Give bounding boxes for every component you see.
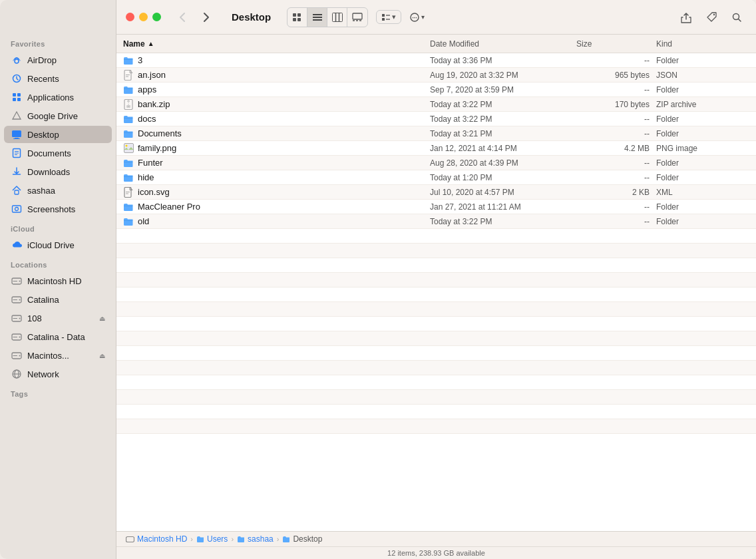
toolbar: Desktop xyxy=(116,0,756,35)
tag-status-btn[interactable]: ··· ▾ xyxy=(407,8,427,27)
sidebar-item-macintos[interactable]: Macintos... ⏏ xyxy=(4,347,112,364)
sidebar-item-documents[interactable]: Documents xyxy=(4,144,112,162)
table-row[interactable]: an.json Aug 19, 2020 at 3:32 PM 965 byte… xyxy=(116,68,756,83)
sidebar-item-network[interactable]: Network xyxy=(4,365,112,383)
sidebar-item-icloud-drive[interactable]: iCloud Drive xyxy=(4,236,112,254)
back-button[interactable] xyxy=(173,8,192,27)
sidebar-item-sashaa[interactable]: sashaa xyxy=(4,182,112,199)
file-size: -- xyxy=(576,114,656,124)
icon-view-btn[interactable] xyxy=(287,8,307,27)
sidebar-item-catalina-data[interactable]: Catalina - Data xyxy=(4,328,112,345)
sidebar-item-desktop[interactable]: Desktop xyxy=(4,126,112,143)
sidebar-item-catalina[interactable]: Catalina xyxy=(4,291,112,308)
google-drive-icon xyxy=(11,110,23,122)
table-row[interactable]: icon.svg Jul 10, 2020 at 4:57 PM 2 KB XM… xyxy=(116,185,756,200)
sidebar-item-network-label: Network xyxy=(27,369,59,379)
search-btn[interactable] xyxy=(727,8,747,27)
empty-row xyxy=(116,244,756,258)
sidebar-item-documents-label: Documents xyxy=(27,148,71,158)
sidebar-item-applications[interactable]: Applications xyxy=(4,89,112,106)
breadcrumb-sashaa-label: sashaa xyxy=(248,534,274,544)
svg-point-26 xyxy=(19,337,21,338)
table-row[interactable]: 3 Today at 3:36 PM -- Folder xyxy=(116,53,756,68)
table-row[interactable]: Funter Aug 28, 2020 at 4:39 PM -- Folder xyxy=(116,156,756,170)
svg-rect-36 xyxy=(293,18,296,21)
screenshots-icon xyxy=(11,203,23,215)
disk-icon-catalina xyxy=(11,293,23,305)
table-row[interactable]: bank.zip Today at 3:22 PM 170 bytes ZIP … xyxy=(116,97,756,112)
breadcrumb-macintosh-hd-label: Macintosh HD xyxy=(137,534,187,544)
empty-row xyxy=(116,273,756,287)
file-name: 3 xyxy=(138,55,142,65)
table-row[interactable]: old Today at 3:22 PM -- Folder xyxy=(116,214,756,229)
forward-button[interactable] xyxy=(197,8,216,27)
file-size: 4.2 MB xyxy=(576,144,656,153)
svg-rect-43 xyxy=(332,13,342,21)
tag-btn[interactable] xyxy=(701,8,721,27)
col-header-name[interactable]: Name ▲ xyxy=(123,39,430,49)
downloads-icon xyxy=(11,166,23,178)
sidebar-item-screenshots[interactable]: Screenshots xyxy=(4,200,112,218)
empty-row xyxy=(116,317,756,331)
group-btn[interactable]: ▾ xyxy=(376,10,401,24)
sidebar-item-recents-label: Recents xyxy=(27,74,59,84)
eject-icon-108[interactable]: ⏏ xyxy=(99,315,105,322)
file-kind: Folder xyxy=(656,85,749,94)
eject-icon-macintos[interactable]: ⏏ xyxy=(99,352,105,359)
gallery-view-btn[interactable] xyxy=(347,8,367,27)
desktop-icon xyxy=(11,128,23,140)
disk-icon-macintos xyxy=(11,349,23,361)
file-size: 2 KB xyxy=(576,188,656,197)
list-view-btn[interactable] xyxy=(307,8,327,27)
minimize-button[interactable] xyxy=(139,13,148,21)
col-header-kind[interactable]: Kind xyxy=(656,39,749,49)
sidebar-item-google-drive[interactable]: Google Drive xyxy=(4,107,112,124)
file-date: Today at 3:21 PM xyxy=(430,129,576,138)
file-size: -- xyxy=(576,217,656,226)
table-row[interactable]: hide Today at 1:20 PM -- Folder xyxy=(116,170,756,185)
column-view-btn[interactable] xyxy=(327,8,347,27)
sidebar-item-sashaa-label: sashaa xyxy=(27,186,55,196)
sidebar-item-macintosh-hd[interactable]: Macintosh HD xyxy=(4,272,112,289)
file-kind: Folder xyxy=(656,202,749,212)
col-header-date[interactable]: Date Modified xyxy=(430,39,576,49)
svg-rect-67 xyxy=(126,192,130,192)
file-name-cell: Funter xyxy=(123,158,430,168)
traffic-lights xyxy=(126,13,161,21)
table-row[interactable]: apps Sep 7, 2020 at 3:59 PM -- Folder xyxy=(116,83,756,97)
sidebar-item-downloads[interactable]: Downloads xyxy=(4,163,112,180)
file-kind: Folder xyxy=(656,114,749,124)
breadcrumb-sashaa[interactable]: sashaa xyxy=(237,534,274,544)
empty-row xyxy=(116,287,756,302)
file-date: Aug 28, 2020 at 4:39 PM xyxy=(430,158,576,168)
table-row[interactable]: MacCleaner Pro Jan 27, 2021 at 11:21 AM … xyxy=(116,200,756,214)
close-button[interactable] xyxy=(126,13,134,21)
file-icon xyxy=(123,99,134,110)
file-kind: ZIP archive xyxy=(656,100,749,109)
share-btn[interactable] xyxy=(676,8,696,27)
sidebar-item-108[interactable]: 108 ⏏ xyxy=(4,309,112,327)
breadcrumb-users[interactable]: Users xyxy=(196,534,228,544)
file-name-cell: bank.zip xyxy=(123,99,430,110)
file-list[interactable]: 3 Today at 3:36 PM -- Folder an.json Aug… xyxy=(116,53,756,531)
file-icon xyxy=(123,85,134,95)
svg-rect-63 xyxy=(126,105,130,108)
maximize-button[interactable] xyxy=(152,13,161,21)
file-name: apps xyxy=(138,85,156,94)
file-name: docs xyxy=(138,114,156,124)
sidebar-item-macintos-label: Macintos... xyxy=(27,351,69,361)
disk-icon-108 xyxy=(11,312,23,324)
items-status: 12 items, 238.93 GB available xyxy=(116,547,756,559)
empty-row xyxy=(116,375,756,390)
recents-icon xyxy=(11,73,23,85)
file-icon xyxy=(123,70,134,81)
file-kind: Folder xyxy=(656,158,749,168)
table-row[interactable]: family.png Jan 12, 2021 at 4:14 PM 4.2 M… xyxy=(116,141,756,156)
sidebar-item-airdrop[interactable]: AirDrop xyxy=(4,51,112,69)
sidebar-item-recents[interactable]: Recents xyxy=(4,70,112,87)
breadcrumb-macintosh-hd[interactable]: Macintosh HD xyxy=(126,534,187,544)
table-row[interactable]: docs Today at 3:22 PM -- Folder xyxy=(116,112,756,126)
col-header-size[interactable]: Size xyxy=(576,39,656,49)
sidebar-item-catalina-label: Catalina xyxy=(27,295,59,305)
table-row[interactable]: Documents Today at 3:21 PM -- Folder xyxy=(116,126,756,141)
